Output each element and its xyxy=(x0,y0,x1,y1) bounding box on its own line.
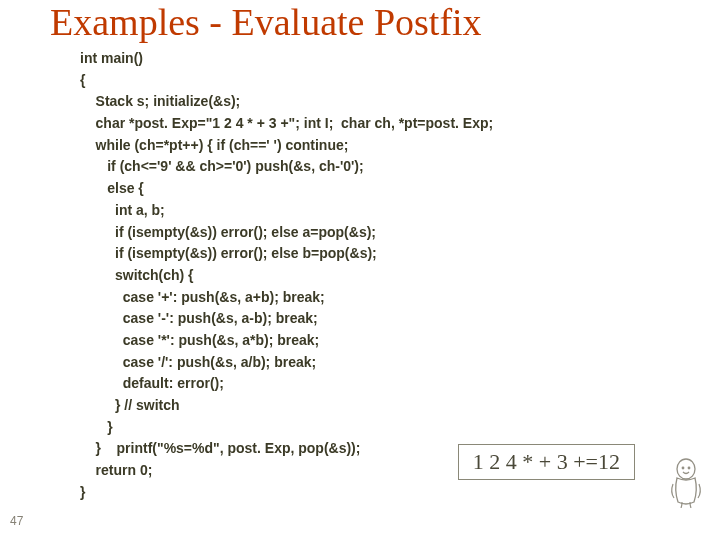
result-box: 1 2 4 * + 3 +=12 xyxy=(458,444,635,480)
svg-point-1 xyxy=(682,467,685,470)
svg-point-0 xyxy=(677,459,695,479)
code-block: int main() { Stack s; initialize(&s); ch… xyxy=(80,48,493,503)
slide-number: 47 xyxy=(10,514,23,528)
slide-title: Examples - Evaluate Postfix xyxy=(50,0,482,44)
slide: Examples - Evaluate Postfix int main() {… xyxy=(0,0,720,540)
svg-point-2 xyxy=(688,467,691,470)
logo-icon xyxy=(664,456,708,508)
